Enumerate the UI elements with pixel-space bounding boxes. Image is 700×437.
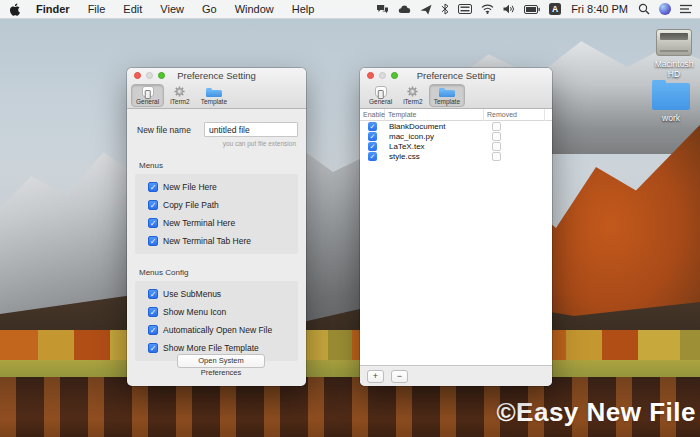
tab-template[interactable]: Template	[196, 84, 232, 107]
folder-icon	[652, 83, 690, 110]
desktop-icon-macintosh-hd[interactable]: Macintosh HD	[651, 29, 697, 79]
table-row[interactable]: style.css	[360, 151, 552, 161]
enable-checkbox[interactable]	[368, 152, 377, 161]
general-tab-icon	[142, 86, 154, 97]
bluetooth-icon[interactable]	[441, 3, 449, 15]
wifi-icon[interactable]	[481, 4, 494, 14]
spotlight-icon[interactable]	[638, 3, 650, 15]
siri-icon[interactable]	[659, 3, 671, 15]
desktop-icon-label: work	[648, 113, 694, 123]
minimize-button[interactable]	[146, 72, 153, 79]
open-system-preferences-button[interactable]: Open System Preferences	[177, 354, 265, 368]
menus-config-section-title: Menus Config	[139, 268, 294, 277]
desktop: Finder File Edit View Go Window Help	[0, 0, 700, 437]
checkbox-icon[interactable]	[148, 200, 158, 210]
enable-checkbox[interactable]	[368, 122, 377, 131]
add-template-button[interactable]: +	[367, 370, 384, 383]
checkbox-show-menu-icon[interactable]: Show Menu Icon	[148, 307, 298, 317]
input-source-icon[interactable]: A	[549, 3, 561, 15]
menu-item-window[interactable]: Window	[226, 0, 283, 19]
tab-iterm2[interactable]: iTerm2	[165, 84, 195, 107]
general-tab-icon	[375, 86, 387, 97]
watermark: ©Easy New File	[496, 397, 696, 428]
template-table: Enable Template Removed BlankDocument ma…	[360, 109, 552, 365]
desktop-icon-work-folder[interactable]: work	[648, 83, 694, 123]
checkbox-copy-file-path[interactable]: Copy File Path	[148, 200, 298, 210]
menu-item-file[interactable]: File	[79, 0, 115, 19]
remove-template-button[interactable]: −	[391, 370, 408, 383]
column-enable[interactable]: Enable	[360, 109, 385, 121]
tab-iterm2[interactable]: iTerm2	[398, 84, 428, 107]
menu-item-help[interactable]: Help	[283, 0, 324, 19]
removed-checkbox[interactable]	[492, 152, 501, 161]
menu-bar-status: A Fri 8:40 PM	[376, 3, 700, 15]
checkbox-new-terminal-here[interactable]: New Terminal Here	[148, 218, 298, 228]
preference-window-general: Preference Setting General iTerm2 Templa…	[127, 68, 306, 386]
enable-checkbox[interactable]	[368, 132, 377, 141]
checkbox-show-more-file-template[interactable]: Show More File Template	[148, 343, 298, 353]
close-button[interactable]	[134, 72, 141, 79]
menu-item-view[interactable]: View	[151, 0, 193, 19]
battery-icon[interactable]	[524, 5, 540, 14]
checkbox-icon[interactable]	[148, 289, 158, 299]
checkbox-use-submenus[interactable]: Use SubMenus	[148, 289, 298, 299]
folder-tab-icon	[206, 90, 222, 97]
menu-item-go[interactable]: Go	[193, 0, 226, 19]
airdrop-icon[interactable]	[420, 4, 432, 15]
checkbox-icon[interactable]	[148, 218, 158, 228]
checkbox-icon[interactable]	[148, 182, 158, 192]
column-template[interactable]: Template	[385, 109, 484, 121]
table-row[interactable]: BlankDocument	[360, 121, 552, 131]
table-row[interactable]: mac_icon.py	[360, 131, 552, 141]
traffic-lights	[367, 72, 398, 79]
removed-checkbox[interactable]	[492, 132, 501, 141]
keyboard-icon[interactable]	[458, 4, 472, 14]
toolbar-tabs: General iTerm2 Template	[360, 83, 552, 109]
messages-icon[interactable]	[376, 4, 389, 15]
gear-icon	[405, 86, 420, 97]
file-extension-hint: you can put file extension	[127, 137, 306, 147]
tab-general[interactable]: General	[364, 84, 397, 107]
zoom-button[interactable]	[158, 72, 165, 79]
removed-checkbox[interactable]	[492, 122, 501, 131]
tab-general[interactable]: General	[131, 84, 164, 107]
new-file-name-label: New file name	[137, 125, 191, 135]
enable-checkbox[interactable]	[368, 142, 377, 151]
menu-bar-clock[interactable]: Fri 8:40 PM	[570, 3, 629, 15]
column-removed[interactable]: Removed	[484, 109, 545, 121]
checkbox-icon[interactable]	[148, 325, 158, 335]
checkbox-icon[interactable]	[148, 307, 158, 317]
new-file-name-input[interactable]	[204, 122, 298, 137]
title-bar[interactable]: Preference Setting	[127, 68, 306, 83]
traffic-lights	[134, 72, 165, 79]
checkbox-new-terminal-tab-here[interactable]: New Terminal Tab Here	[148, 236, 298, 246]
minimize-button[interactable]	[379, 72, 386, 79]
folder-tab-icon	[439, 90, 455, 97]
menus-config-group: Use SubMenus Show Menu Icon Automaticall…	[135, 281, 298, 361]
removed-checkbox[interactable]	[492, 142, 501, 151]
tab-template[interactable]: Template	[429, 84, 465, 107]
menu-item-finder[interactable]: Finder	[27, 0, 79, 19]
menu-bar: Finder File Edit View Go Window Help	[0, 0, 700, 19]
checkbox-icon[interactable]	[148, 343, 158, 353]
notification-center-icon[interactable]	[680, 4, 692, 14]
column-gutter	[545, 109, 552, 121]
apple-icon[interactable]	[0, 3, 27, 16]
cloud-icon[interactable]	[398, 4, 411, 14]
checkbox-icon[interactable]	[148, 236, 158, 246]
close-button[interactable]	[367, 72, 374, 79]
table-footer: + −	[360, 365, 552, 386]
menu-bar-left: Finder File Edit View Go Window Help	[0, 0, 323, 19]
checkbox-automatically-open-new-file[interactable]: Automatically Open New File	[148, 325, 298, 335]
title-bar[interactable]: Preference Setting	[360, 68, 552, 83]
zoom-button[interactable]	[391, 72, 398, 79]
table-header: Enable Template Removed	[360, 109, 552, 121]
volume-icon[interactable]	[503, 4, 515, 14]
table-row[interactable]: LaTeX.tex	[360, 141, 552, 151]
hard-drive-icon	[656, 29, 692, 56]
toolbar-tabs: General iTerm2 Template	[127, 83, 306, 109]
menu-item-edit[interactable]: Edit	[114, 0, 151, 19]
template-name: mac_icon.py	[385, 132, 484, 141]
template-name: style.css	[385, 152, 484, 161]
checkbox-new-file-here[interactable]: New File Here	[148, 182, 298, 192]
